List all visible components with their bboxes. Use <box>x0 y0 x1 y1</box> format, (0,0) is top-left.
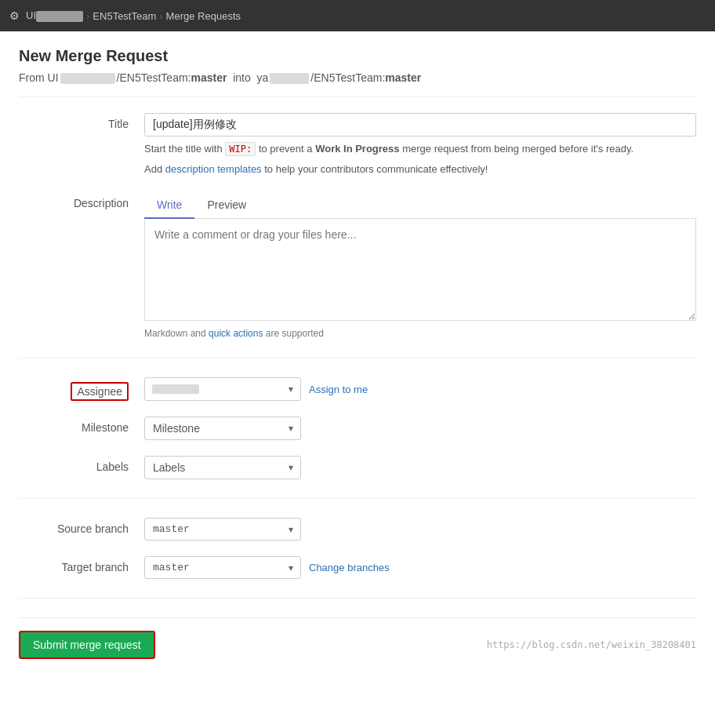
breadcrumb-team[interactable]: EN5TestTeam <box>93 10 156 22</box>
source-branch-row: Source branch master ▾ <box>19 518 696 541</box>
description-tabs: Write Preview <box>144 192 696 219</box>
target-branch-text: master <box>385 71 421 84</box>
target-branch-select[interactable]: master <box>144 556 301 579</box>
labels-select[interactable]: Labels <box>144 456 301 479</box>
from-prefix: From <box>19 71 45 84</box>
wip-code: WIP: <box>225 142 256 156</box>
assignee-control: ▾ Assign to me <box>144 377 696 401</box>
target-branch-control: master ▾ Change branches <box>144 556 696 579</box>
submit-merge-request-button[interactable]: Submit merge request <box>19 631 155 659</box>
breadcrumb-separator-1: › <box>86 10 89 22</box>
title-control: Start the title with WIP: to prevent a W… <box>144 113 696 177</box>
assignee-row: Assignee ▾ Assign to me <box>19 377 696 401</box>
description-templates-link[interactable]: description templates <box>165 163 262 175</box>
submit-section: Submit merge request https://blog.csdn.n… <box>19 617 696 672</box>
assignee-label-wrapper: Assignee <box>19 377 144 401</box>
description-textarea[interactable] <box>144 219 696 321</box>
breadcrumb-ui[interactable]: UI <box>26 9 83 22</box>
labels-select-wrapper: Labels ▾ <box>144 456 301 479</box>
wip-bold: Work In Progress <box>315 143 399 155</box>
top-navigation-bar: ⚙ UI › EN5TestTeam › Merge Requests <box>0 0 715 31</box>
labels-row: Labels Labels ▾ <box>19 456 696 479</box>
labels-control: Labels ▾ <box>144 456 696 479</box>
change-branches-link[interactable]: Change branches <box>309 562 390 573</box>
assignee-label: Assignee <box>71 382 129 401</box>
description-control: Write Preview Markdown and quick actions… <box>144 192 696 339</box>
breadcrumb-merge-requests[interactable]: Merge Requests <box>166 10 241 22</box>
footer-url: https://blog.csdn.net/weixin_38208401 <box>487 639 696 650</box>
milestone-row: Milestone Milestone ▾ <box>19 417 696 440</box>
source-branch-control: master ▾ <box>144 518 696 541</box>
markdown-hint: Markdown and quick actions are supported <box>144 328 696 339</box>
milestone-select[interactable]: Milestone <box>144 417 301 440</box>
divider-2 <box>19 498 696 499</box>
title-row: Title Start the title with WIP: to preve… <box>19 113 696 177</box>
breadcrumb-separator-2: › <box>159 10 162 22</box>
target-branch-row: Target branch master ▾ Change branches <box>19 556 696 579</box>
source-branch-text: master <box>191 71 227 84</box>
assignee-select[interactable] <box>144 377 301 401</box>
source-branch-label: Source branch <box>19 518 144 535</box>
breadcrumb: UI › EN5TestTeam › Merge Requests <box>26 9 241 22</box>
divider-3 <box>19 598 696 599</box>
into-word: into <box>233 71 251 84</box>
from-line: From UI/EN5TestTeam:master into ya/EN5Te… <box>19 71 696 97</box>
assign-to-me-link[interactable]: Assign to me <box>309 384 368 395</box>
description-row: Description Write Preview Markdown and q… <box>19 192 696 339</box>
milestone-control: Milestone ▾ <box>144 417 696 440</box>
target-branch-select-wrapper: master ▾ <box>144 556 301 579</box>
quick-actions-link[interactable]: quick actions <box>209 328 263 339</box>
divider-1 <box>19 358 696 359</box>
milestone-select-wrapper: Milestone ▾ <box>144 417 301 440</box>
main-content: New Merge Request From UI/EN5TestTeam:ma… <box>0 31 715 687</box>
description-label: Description <box>19 192 144 209</box>
labels-label: Labels <box>19 456 144 473</box>
target-branch-label: Target branch <box>19 556 144 573</box>
gear-icon[interactable]: ⚙ <box>9 9 20 22</box>
assignee-select-wrapper: ▾ <box>144 377 301 401</box>
tab-preview[interactable]: Preview <box>194 192 259 219</box>
wip-hint: Start the title with WIP: to prevent a W… <box>144 141 696 157</box>
desc-template-hint: Add description templates to help your c… <box>144 162 696 177</box>
title-input[interactable] <box>144 113 696 136</box>
milestone-label: Milestone <box>19 417 144 434</box>
page-title: New Merge Request <box>19 47 696 65</box>
source-branch-select-wrapper: master ▾ <box>144 518 301 541</box>
source-branch-select[interactable]: master <box>144 518 301 541</box>
tab-write[interactable]: Write <box>144 192 194 219</box>
title-label: Title <box>19 113 144 130</box>
